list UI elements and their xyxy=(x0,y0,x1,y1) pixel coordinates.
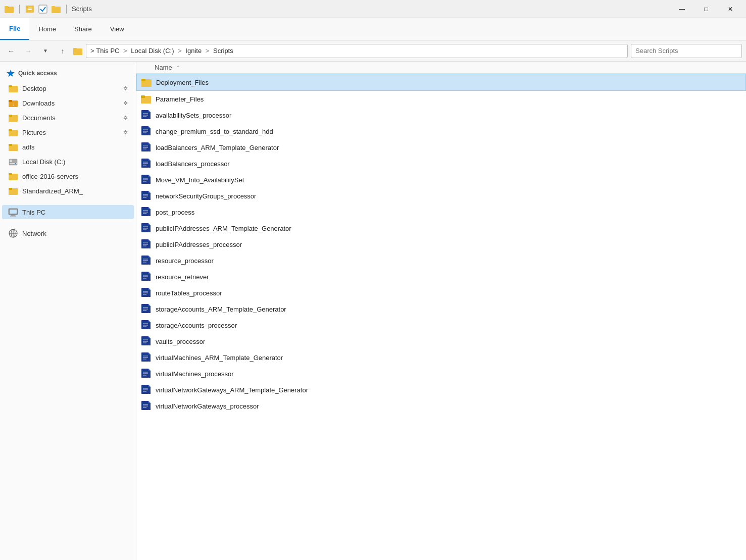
address-bar: ← → ▼ ↑ > This PC > Local Disk (C:) > Ig… xyxy=(0,40,746,62)
file-item-1[interactable]: change_premium_ssd_to_standard_hdd xyxy=(136,123,746,139)
svg-marker-98 xyxy=(148,256,151,258)
script-name-7: publicIPAddresses_ARM_Template_Generator xyxy=(156,225,291,232)
sidebar-item-documents[interactable]: Documents ✲ xyxy=(2,111,134,125)
tab-share[interactable]: Share xyxy=(65,18,101,40)
toolbar-folder-icon[interactable] xyxy=(51,4,61,14)
svg-marker-86 xyxy=(148,223,151,225)
file-item-5[interactable]: networkSecurityGroups_processor xyxy=(136,188,746,204)
svg-marker-62 xyxy=(148,159,151,161)
file-item-deployment-files[interactable]: Deployment_Files xyxy=(136,74,746,91)
file-item-2[interactable]: loadBalancers_ARM_Template_Generator xyxy=(136,139,746,156)
downloads-folder-icon: ↓ xyxy=(8,98,18,108)
svg-marker-104 xyxy=(148,272,151,274)
svg-rect-49 xyxy=(141,126,148,135)
file-item-9[interactable]: resource_processor xyxy=(136,252,746,269)
file-item-0[interactable]: availabilitySets_processor xyxy=(136,107,746,123)
svg-rect-10 xyxy=(73,48,77,50)
quick-access-header[interactable]: Quick access xyxy=(0,66,136,81)
svg-rect-63 xyxy=(148,161,151,168)
crumb-this-pc[interactable]: This PC xyxy=(96,47,119,55)
title-bar: Scripts — □ ✕ xyxy=(0,0,746,18)
crumb-ignite[interactable]: Ignite xyxy=(185,47,202,55)
svg-marker-146 xyxy=(148,385,151,387)
sidebar-item-network[interactable]: Network xyxy=(2,226,134,240)
sort-arrow: ⌃ xyxy=(176,65,180,71)
file-item-13[interactable]: storageAccounts_processor xyxy=(136,317,746,333)
crumb-scripts[interactable]: Scripts xyxy=(213,47,233,55)
script-name-17: virtualNetworkGateways_ARM_Template_Gene… xyxy=(156,386,308,394)
crumb-local-disk[interactable]: Local Disk (C:) xyxy=(131,47,174,55)
sidebar-item-localdisk[interactable]: Local Disk (C:) xyxy=(2,155,134,169)
close-button[interactable]: ✕ xyxy=(719,0,742,18)
svg-marker-116 xyxy=(148,304,151,306)
ribbon: File Home Share View xyxy=(0,18,746,40)
svg-marker-152 xyxy=(148,401,151,403)
parameter-files-name: Parameter_Files xyxy=(156,95,204,103)
svg-rect-97 xyxy=(141,256,148,265)
deployment-folder-icon xyxy=(141,77,152,88)
file-item-10[interactable]: resource_retriever xyxy=(136,269,746,285)
script-name-5: networkSecurityGroups_processor xyxy=(156,192,256,200)
file-item-6[interactable]: post_process xyxy=(136,204,746,220)
svg-rect-139 xyxy=(141,369,148,378)
sidebar-item-desktop[interactable]: Desktop ✲ xyxy=(2,81,134,95)
up-button[interactable]: ↑ xyxy=(56,44,70,58)
file-item-12[interactable]: storageAccounts_ARM_Template_Generator xyxy=(136,301,746,317)
file-item-7[interactable]: publicIPAddresses_ARM_Template_Generator xyxy=(136,220,746,236)
standardized-label: Standardized_ARM_ xyxy=(22,187,128,195)
file-item-18[interactable]: virtualNetworkGateways_processor xyxy=(136,398,746,414)
svg-rect-32 xyxy=(10,210,17,214)
file-item-17[interactable]: virtualNetworkGateways_ARM_Template_Gene… xyxy=(136,382,746,398)
minimize-button[interactable]: — xyxy=(670,0,693,18)
tab-home[interactable]: Home xyxy=(29,18,65,40)
ps-script-icon-8 xyxy=(140,239,152,250)
tab-file[interactable]: File xyxy=(0,18,29,40)
ps-script-icon-6 xyxy=(140,207,152,218)
svg-rect-4 xyxy=(28,8,32,9)
toolbar-checkbox-icon[interactable] xyxy=(38,4,48,14)
file-item-8[interactable]: publicIPAddresses_processor xyxy=(136,236,746,252)
script-name-10: resource_retriever xyxy=(156,273,209,281)
file-list: Name ⌃ Deployment_Files Parameter xyxy=(136,62,746,560)
svg-rect-43 xyxy=(141,110,148,119)
svg-rect-69 xyxy=(148,177,151,184)
forward-button[interactable]: → xyxy=(21,44,35,58)
ps-script-icon-0 xyxy=(140,110,152,121)
maximize-button[interactable]: □ xyxy=(694,0,718,18)
sidebar-item-adfs[interactable]: adfs xyxy=(2,140,134,154)
svg-rect-103 xyxy=(141,272,148,281)
sidebar-item-office[interactable]: office-2016-servers xyxy=(2,169,134,183)
file-item-4[interactable]: Move_VM_Into_AvailabilitySet xyxy=(136,172,746,188)
svg-rect-2 xyxy=(5,6,8,8)
address-path[interactable]: > This PC > Local Disk (C:) > Ignite > S… xyxy=(86,44,628,58)
tab-view[interactable]: View xyxy=(101,18,133,40)
file-item-14[interactable]: vaults_processor xyxy=(136,333,746,349)
svg-marker-122 xyxy=(148,320,151,322)
toolbar-icon-1[interactable] xyxy=(25,4,35,14)
svg-rect-105 xyxy=(148,274,151,281)
sidebar-item-downloads[interactable]: ↓ Downloads ✲ xyxy=(2,96,134,110)
svg-rect-6 xyxy=(39,5,47,13)
title-divider-2 xyxy=(66,5,67,14)
svg-rect-79 xyxy=(141,207,148,216)
file-item-16[interactable]: virtualMachines_processor xyxy=(136,366,746,382)
file-item-15[interactable]: virtualMachines_ARM_Template_Generator xyxy=(136,349,746,366)
desktop-label: Desktop xyxy=(22,85,119,92)
svg-rect-99 xyxy=(148,258,151,265)
back-button[interactable]: ← xyxy=(4,44,18,58)
crumb-sep-3: > xyxy=(204,47,211,55)
file-item-parameter-files[interactable]: Parameter_Files xyxy=(136,91,746,107)
svg-rect-26 xyxy=(10,160,12,162)
recent-button[interactable]: ▼ xyxy=(38,44,53,58)
file-item-3[interactable]: loadBalancers_processor xyxy=(136,156,746,172)
sidebar-item-pictures[interactable]: Pictures ✲ xyxy=(2,125,134,139)
svg-rect-127 xyxy=(141,336,148,345)
search-input[interactable] xyxy=(631,44,742,58)
sidebar-item-this-pc[interactable]: This PC xyxy=(2,205,134,219)
sidebar-item-standardized[interactable]: Standardized_ARM_ xyxy=(2,184,134,198)
window-controls: — □ ✕ xyxy=(670,0,742,18)
content-area: Quick access Desktop ✲ ↓ Downloads ✲ Doc… xyxy=(0,62,746,560)
file-item-11[interactable]: routeTables_processor xyxy=(136,285,746,301)
localdisk-icon xyxy=(8,157,18,167)
svg-rect-81 xyxy=(148,209,151,216)
